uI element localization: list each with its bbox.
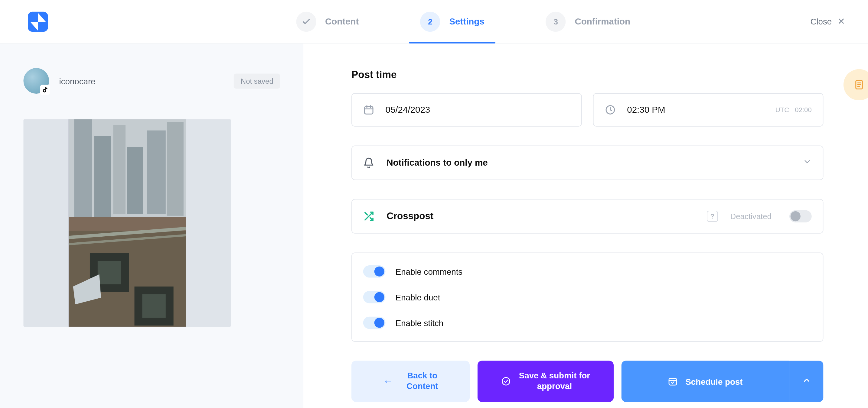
svg-rect-21	[365, 107, 373, 114]
approval-icon	[501, 376, 511, 386]
calendar-check-icon	[668, 376, 678, 386]
tiktok-options-card: Enable comments Enable duet Enable stitc…	[351, 253, 823, 342]
media-thumbnail[interactable]	[23, 120, 231, 327]
preview-panel: iconocare Not saved	[0, 43, 303, 408]
status-badge: Not saved	[234, 73, 280, 89]
enable-stitch-label: Enable stitch	[396, 318, 443, 327]
check-icon	[296, 11, 316, 31]
notifications-label: Notifications to only me	[386, 158, 790, 168]
account-info: iconocare	[23, 68, 95, 94]
back-button[interactable]: ← Back toContent	[351, 361, 470, 402]
enable-comments-label: Enable comments	[396, 267, 462, 276]
step-label: Settings	[449, 16, 484, 26]
settings-panel: Post time 05/24/2023 02:30 PM UTC +02:00	[303, 43, 868, 408]
svg-rect-11	[98, 261, 121, 284]
header: Content 2 Settings 3 Confirmation Close …	[0, 0, 868, 43]
enable-duet-label: Enable duet	[396, 292, 440, 302]
step-settings[interactable]: 2 Settings	[420, 11, 484, 31]
schedule-label: Schedule post	[685, 377, 743, 386]
enable-comments-toggle[interactable]	[363, 265, 385, 278]
save-submit-button[interactable]: Save & submit forapproval	[477, 361, 614, 402]
clock-icon	[604, 104, 616, 115]
step-number: 3	[546, 11, 566, 31]
date-value: 05/24/2023	[385, 105, 570, 115]
chevron-up-icon	[802, 376, 811, 387]
crosspost-state: Deactivated	[731, 212, 772, 221]
username: iconocare	[59, 76, 96, 86]
wizard-steps: Content 2 Settings 3 Confirmation	[116, 11, 810, 31]
close-button[interactable]: Close ✕	[810, 16, 844, 27]
crosspost-toggle[interactable]	[789, 210, 812, 223]
step-number: 2	[420, 11, 440, 31]
svg-rect-5	[113, 125, 125, 214]
enable-stitch-toggle[interactable]	[363, 317, 385, 329]
crosspost-card: Crosspost ? Deactivated	[351, 199, 823, 233]
svg-rect-8	[167, 122, 184, 216]
app-logo	[27, 10, 49, 33]
notifications-card: Notifications to only me	[351, 145, 823, 180]
step-label: Confirmation	[575, 16, 630, 26]
svg-rect-30	[669, 378, 677, 385]
time-input[interactable]: 02:30 PM UTC +02:00	[593, 93, 824, 127]
notes-button[interactable]	[843, 69, 868, 100]
arrow-left-icon: ←	[383, 375, 393, 387]
step-content[interactable]: Content	[296, 11, 359, 31]
schedule-options-button[interactable]	[789, 361, 823, 402]
svg-rect-6	[127, 147, 143, 214]
post-time-title: Post time	[351, 69, 823, 81]
date-input[interactable]: 05/24/2023	[351, 93, 582, 127]
svg-rect-7	[147, 131, 166, 214]
svg-rect-3	[74, 120, 92, 220]
tiktok-icon	[40, 84, 50, 95]
crosspost-label: Crosspost	[386, 211, 694, 222]
close-icon: ✕	[837, 16, 845, 27]
shuffle-icon	[363, 210, 374, 223]
close-label: Close	[810, 16, 832, 26]
help-icon[interactable]: ?	[707, 211, 718, 222]
svg-rect-13	[142, 294, 165, 318]
step-confirmation[interactable]: 3 Confirmation	[546, 11, 630, 31]
chevron-down-icon	[803, 157, 812, 168]
notifications-dropdown[interactable]: Notifications to only me	[363, 146, 812, 179]
timezone-label: UTC +02:00	[775, 106, 812, 114]
calendar-icon	[363, 104, 374, 115]
enable-duet-toggle[interactable]	[363, 291, 385, 303]
time-value: 02:30 PM	[627, 105, 764, 115]
svg-point-29	[502, 377, 510, 385]
svg-rect-4	[94, 136, 111, 217]
schedule-post-button[interactable]: Schedule post	[621, 361, 789, 402]
svg-line-28	[365, 212, 368, 215]
bell-icon	[363, 157, 374, 168]
step-label: Content	[325, 16, 359, 26]
